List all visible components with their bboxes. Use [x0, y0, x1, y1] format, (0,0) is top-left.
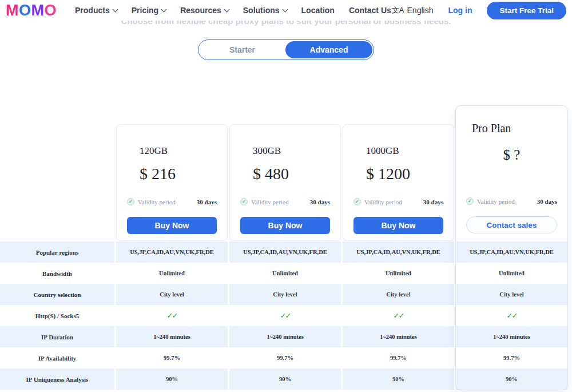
table-row: IP Availability 99.7% 99.7% 99.7% 99.7%	[0, 347, 568, 369]
nav-item-label: Pricing	[132, 6, 158, 15]
table-cell: US,JP,CA,ID,AU,VN,UK,FR,DE	[116, 241, 228, 263]
table-cell: 90%	[456, 369, 567, 390]
nav-item-label: Solutions	[243, 6, 280, 15]
check-icon: ✓	[127, 198, 134, 205]
table-cell: 90%	[116, 369, 228, 390]
validity-label: Validity period	[364, 199, 402, 205]
table-cell: US,JP,CA,ID,AU,VN,UK,FR,DE	[229, 241, 341, 263]
nav-item-solutions[interactable]: Solutions	[243, 6, 287, 15]
nav-item-location[interactable]: Location	[301, 6, 335, 15]
logo-letter: M	[6, 2, 19, 19]
nav-item-products[interactable]: Products	[75, 6, 117, 15]
translate-icon: 文A	[392, 5, 404, 15]
table-cell: City level	[456, 284, 567, 305]
plan-price: $ 216	[140, 165, 176, 183]
top-nav: MOMO Products Pricing Resources Solution…	[0, 0, 572, 21]
logo-letter: M	[31, 2, 45, 19]
row-label: IP Availability	[0, 347, 114, 369]
feature-table: Popular regions US,JP,CA,ID,AU,VN,UK,FR,…	[0, 241, 568, 390]
logo[interactable]: MOMO	[6, 3, 57, 18]
contact-sales-button[interactable]: Contact sales	[466, 216, 557, 233]
plan-name: 300GB	[253, 145, 281, 157]
table-cell: 90%	[343, 369, 454, 390]
buy-now-button[interactable]: Buy Now	[240, 217, 330, 234]
validity-value: 30 days	[310, 199, 330, 205]
main-nav: Products Pricing Resources Solutions Loc…	[75, 6, 391, 15]
table-row: Popular regions US,JP,CA,ID,AU,VN,UK,FR,…	[0, 241, 568, 263]
table-cell: Unlimited	[229, 263, 341, 284]
double-check-icon: ✓✓	[116, 305, 228, 326]
nav-item-pricing[interactable]: Pricing	[132, 6, 166, 15]
start-free-trial-button[interactable]: Start Free Trial	[487, 2, 566, 19]
pricing-page: Choose from flexible cheap proxy plans t…	[0, 0, 572, 392]
table-cell: 1~240 minutes	[456, 326, 567, 347]
chevron-down-icon	[282, 6, 288, 12]
table-cell: Unlimited	[116, 263, 228, 284]
plan-name: 120GB	[140, 145, 168, 157]
table-cell: US,JP,CA,ID,AU,VN,UK,FR,DE	[343, 241, 454, 263]
table-row: IP Duration 1~240 minutes 1~240 minutes …	[0, 326, 568, 347]
validity-value: 30 days	[423, 199, 443, 205]
validity-row: ✓ Validity period 30 days	[353, 198, 443, 205]
toggle-advanced[interactable]: Advanced	[285, 41, 372, 58]
double-check-icon: ✓✓	[343, 305, 454, 326]
logo-letter: O	[19, 2, 31, 19]
language-selector[interactable]: 文A English	[392, 5, 434, 15]
validity-row: ✓ Validity period 30 days	[466, 197, 557, 205]
validity-label: Validity period	[138, 199, 176, 205]
buy-now-button[interactable]: Buy Now	[127, 217, 217, 234]
toggle-starter[interactable]: Starter	[198, 40, 286, 60]
chevron-down-icon	[112, 6, 118, 12]
language-label: English	[407, 6, 434, 15]
plan-name: 1000GB	[366, 145, 399, 157]
check-icon: ✓	[353, 198, 361, 205]
chevron-down-icon	[224, 6, 229, 12]
plan-price: $ ?	[456, 147, 567, 163]
table-row: Bandwidth Unlimited Unlimited Unlimited …	[0, 263, 568, 284]
nav-item-contact-us[interactable]: Contact Us	[349, 6, 391, 15]
plan-card-300gb: 300GB $ 480 ✓ Validity period 30 days Bu…	[229, 124, 341, 241]
table-row: IP Uniqueness Analysis 90% 90% 90% 90%	[0, 369, 568, 390]
chevron-down-icon	[161, 6, 167, 12]
double-check-icon: ✓✓	[456, 305, 567, 326]
validity-label: Validity period	[477, 198, 515, 205]
table-cell: City level	[229, 284, 341, 305]
table-cell: City level	[116, 284, 228, 305]
table-cell: 90%	[229, 369, 341, 390]
buy-now-button[interactable]: Buy Now	[353, 217, 443, 234]
table-cell: US,JP,CA,ID,AU,VN,UK,FR,DE	[456, 241, 567, 263]
nav-item-label: Location	[301, 6, 335, 15]
plan-price: $ 1200	[366, 165, 410, 183]
table-cell: 99.7%	[343, 347, 454, 369]
double-check-icon: ✓✓	[229, 305, 341, 326]
validity-value: 30 days	[197, 199, 217, 205]
validity-row: ✓ Validity period 30 days	[127, 198, 217, 205]
plan-price: $ 480	[253, 165, 289, 183]
row-label: Country selection	[0, 284, 114, 305]
row-label: IP Uniqueness Analysis	[0, 369, 114, 390]
nav-item-resources[interactable]: Resources	[180, 6, 229, 15]
row-label: IP Duration	[0, 326, 114, 347]
table-cell: 99.7%	[229, 347, 341, 369]
table-cell: 1~240 minutes	[229, 326, 341, 347]
check-icon: ✓	[466, 197, 474, 205]
row-label: Popular regions	[0, 241, 114, 263]
table-cell: 1~240 minutes	[116, 326, 228, 347]
table-cell: City level	[343, 284, 454, 305]
row-label: Http(S) / Socks5	[0, 305, 114, 326]
nav-item-label: Resources	[180, 6, 221, 15]
plan-card-120gb: 120GB $ 216 ✓ Validity period 30 days Bu…	[116, 124, 228, 241]
login-link[interactable]: Log in	[448, 6, 472, 15]
table-row: Http(S) / Socks5 ✓✓ ✓✓ ✓✓ ✓✓	[0, 305, 568, 326]
table-cell: 1~240 minutes	[343, 326, 454, 347]
table-cell: Unlimited	[456, 263, 567, 284]
logo-letter: O	[45, 2, 57, 19]
plan-name: Pro Plan	[472, 122, 511, 135]
validity-label: Validity period	[251, 199, 289, 205]
plan-card-1000gb: 1000GB $ 1200 ✓ Validity period 30 days …	[343, 124, 454, 241]
table-cell: 99.7%	[116, 347, 228, 369]
table-cell: 99.7%	[456, 347, 567, 369]
row-label: Bandwidth	[0, 263, 114, 284]
plan-type-toggle: Starter Advanced	[198, 39, 374, 60]
validity-row: ✓ Validity period 30 days	[240, 198, 330, 205]
